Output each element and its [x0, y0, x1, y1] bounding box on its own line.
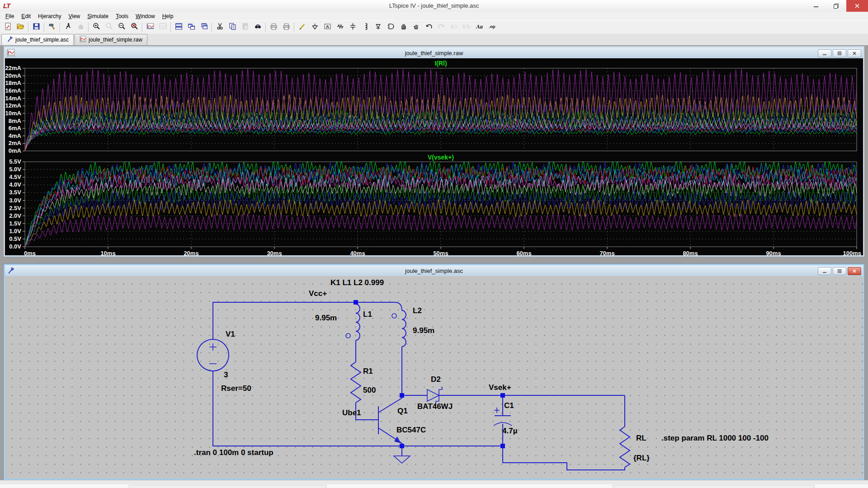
inductor-l1[interactable] — [346, 304, 360, 340]
d2-name[interactable]: D2 — [431, 375, 441, 384]
menu-help[interactable]: Help — [159, 12, 177, 20]
menu-file[interactable]: File — [2, 12, 18, 20]
text-button[interactable]: Aa — [473, 21, 486, 33]
menu-simulate[interactable]: Simulate — [84, 12, 112, 20]
resistor-r1[interactable] — [351, 362, 361, 403]
menu-edit[interactable]: Edit — [18, 12, 34, 20]
waveform-close-button[interactable] — [848, 49, 861, 57]
q1-name[interactable]: Q1 — [397, 407, 408, 415]
y-tick-label: 12mA — [5, 102, 22, 109]
step-directive[interactable]: .step param RL 1000 100 -100 — [661, 434, 769, 442]
zoom-full-button[interactable] — [128, 21, 141, 33]
control-panel-button[interactable] — [46, 21, 58, 33]
schematic-window-title: joule_thief_simple.asc — [405, 267, 463, 274]
c1-name[interactable]: C1 — [504, 402, 514, 410]
plot-area[interactable]: 0mA2mA4mA6mA8mA10mA12mA14mA16mA18mA20mA2… — [5, 58, 863, 255]
coupling-directive[interactable]: K1 L1 L2 0.999 — [330, 279, 384, 287]
net-label-vcc[interactable]: Vcc+ — [309, 290, 327, 298]
waveform-doc-icon — [80, 36, 86, 44]
l2-value[interactable]: 9.95m — [413, 327, 434, 335]
l1-value[interactable]: 9.95m — [315, 314, 337, 322]
y-tick-label: 4.0V — [9, 181, 21, 188]
r1-name[interactable]: R1 — [363, 367, 373, 375]
tile-vertical-button[interactable] — [185, 21, 198, 33]
resistor-rl[interactable] — [620, 427, 630, 467]
c1-value[interactable]: 4.7µ — [502, 427, 517, 435]
v1-name[interactable]: V1 — [226, 330, 235, 338]
menu-hierarchy[interactable]: Hierarchy — [34, 12, 65, 20]
menu-bar: FileEditHierarchyViewSimulateToolsWindow… — [0, 12, 868, 20]
diode-button[interactable] — [372, 21, 384, 33]
trace-label[interactable]: V(vsek+) — [428, 154, 454, 161]
open-file-button[interactable] — [14, 21, 27, 33]
zoom-out-icon — [118, 23, 126, 32]
print-button[interactable] — [280, 21, 292, 33]
tran-directive[interactable]: .tran 0 100m 0 startup — [194, 449, 274, 457]
rl-name[interactable]: RL — [636, 434, 646, 442]
r1-value[interactable]: 500 — [363, 386, 376, 394]
net-label-vsek[interactable]: Vsek+ — [489, 384, 511, 392]
label-icon: A — [324, 23, 331, 32]
component-button[interactable] — [384, 21, 397, 33]
undo-button[interactable] — [422, 21, 435, 33]
taskbar-item[interactable] — [613, 485, 815, 488]
label-button[interactable]: A — [321, 21, 334, 33]
undo-icon — [425, 23, 433, 32]
l2-name[interactable]: L2 — [413, 307, 422, 315]
l1-name[interactable]: L1 — [363, 310, 372, 319]
app-restore-button[interactable] — [826, 0, 846, 12]
waveform-window-titlebar[interactable]: joule_thief_simple.raw — [5, 47, 863, 58]
find-button[interactable] — [251, 21, 264, 33]
transistor-q1[interactable] — [378, 395, 402, 446]
save-button[interactable] — [30, 21, 42, 33]
d2-model[interactable]: BAT46WJ — [417, 403, 453, 411]
app-minimize-button[interactable] — [806, 0, 826, 12]
tab-joule_thief_simple.raw[interactable]: joule_thief_simple.raw — [75, 34, 147, 45]
rl-value[interactable]: {RL} — [633, 454, 650, 462]
plot-canvas[interactable]: 0mA2mA4mA6mA8mA10mA12mA14mA16mA18mA20mA2… — [5, 58, 863, 255]
waveform-minimize-button[interactable] — [818, 49, 831, 57]
capacitor-button[interactable] — [346, 21, 359, 33]
drag-button[interactable] — [410, 21, 422, 33]
v1-series-resistance[interactable]: Rser=50 — [221, 385, 251, 393]
menu-window[interactable]: Window — [132, 12, 159, 20]
zoom-in-button[interactable] — [90, 21, 103, 33]
ground-button[interactable] — [308, 21, 321, 33]
trace-label[interactable]: I(Rl) — [434, 60, 447, 67]
component-icon — [387, 23, 395, 32]
menu-view[interactable]: View — [65, 12, 84, 20]
schematic-minimize-button[interactable] — [818, 267, 831, 275]
inductor-l2[interactable] — [392, 310, 406, 347]
cascade-button[interactable] — [198, 21, 210, 33]
copy-button[interactable] — [226, 21, 239, 33]
waveform-restore-button[interactable] — [833, 49, 846, 57]
zoom-out-button[interactable] — [115, 21, 128, 33]
schematic-window-titlebar[interactable]: joule_thief_simple.asc — [5, 265, 863, 276]
net-label-ube1[interactable]: Ube1 — [342, 409, 361, 417]
cut-button[interactable] — [213, 21, 226, 33]
resistor-button[interactable] — [334, 21, 346, 33]
q1-model[interactable]: BC547C — [396, 426, 426, 434]
wire-button[interactable] — [296, 21, 308, 33]
y-tick-label: 4mA — [9, 132, 22, 139]
autorange-button[interactable] — [144, 21, 156, 33]
taskbar-item[interactable] — [129, 485, 326, 488]
print-preview-button[interactable] — [267, 21, 280, 33]
schematic-close-button[interactable] — [848, 267, 861, 275]
schematic-canvas[interactable]: K1 L1 L2 0.999 Vcc+ V1 3 Rser=50 9.95m L… — [5, 276, 863, 479]
ground-symbol[interactable] — [394, 456, 410, 463]
svg-text:E⍐: E⍐ — [451, 23, 458, 29]
tile-horizontal-button[interactable] — [172, 21, 185, 33]
app-close-button[interactable] — [846, 0, 868, 12]
spice-directive-button[interactable]: .op — [486, 21, 498, 33]
move-button[interactable] — [397, 21, 410, 33]
inductor-button[interactable] — [359, 21, 372, 33]
new-schematic-button[interactable] — [1, 21, 14, 33]
app-titlebar[interactable]: LT LTspice IV - joule_thief_simple.asc — [0, 0, 868, 12]
voltage-source-v1[interactable] — [197, 339, 229, 371]
tab-joule_thief_simple.asc[interactable]: joule_thief_simple.asc — [1, 34, 74, 45]
schematic-restore-button[interactable] — [833, 267, 846, 275]
v1-value[interactable]: 3 — [224, 371, 228, 379]
menu-tools[interactable]: Tools — [112, 12, 132, 20]
run-button[interactable] — [61, 21, 74, 33]
